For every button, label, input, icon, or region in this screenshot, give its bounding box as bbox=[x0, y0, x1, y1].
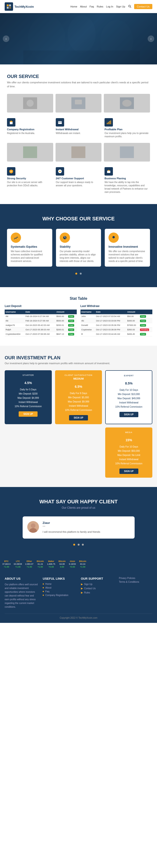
footer-support-link[interactable]: Rules bbox=[84, 591, 90, 594]
expert-rate: 8.5% bbox=[109, 379, 148, 386]
ticker-name: Bitcoin bbox=[37, 560, 44, 562]
ticker-change: +1.00 bbox=[27, 566, 32, 568]
service-img-1 bbox=[7, 94, 53, 113]
why-card-3-desc: We offer our clients comprehensive inves… bbox=[108, 250, 146, 263]
stability-icon bbox=[60, 232, 70, 243]
client-section: WHAT SAY OUR HAPPY CLIENT Our Clients ar… bbox=[0, 487, 157, 558]
footer-links-title: USEFUL LINKS bbox=[43, 577, 76, 580]
nav-about[interactable]: About bbox=[80, 5, 87, 8]
table-row: Cryptotoken604 Oct-17-2023 07:06:08 AM $… bbox=[5, 332, 77, 336]
table-row: riki Feb-16-2024 9:27:04 AM $500.00 Paid bbox=[5, 314, 77, 319]
why-title: WHY CHOOSE OUR SERVICE bbox=[7, 216, 150, 222]
mega-rate-value: 15% bbox=[126, 438, 132, 442]
wd-date: Oct-17-2023 07:03:54 AM bbox=[95, 314, 126, 319]
why-card-stability: Stability Our private ownership model pr… bbox=[56, 229, 101, 267]
svg-rect-26 bbox=[71, 146, 85, 158]
service-img-4 bbox=[7, 143, 53, 161]
table-row: Cryptowise Oct-17-2023 03:38:09 PM $350.… bbox=[81, 328, 153, 332]
mega-withdrawal: Instant Withdrawal bbox=[109, 457, 149, 462]
service-card-4-title: Strong Security bbox=[7, 177, 53, 180]
hero-next-button[interactable]: › bbox=[148, 35, 154, 42]
medium-info: Daily For 8 Days Min Deposit: $5,000 Max… bbox=[59, 391, 98, 412]
business-icon bbox=[104, 167, 113, 176]
nav-faq[interactable]: Faq bbox=[90, 5, 94, 8]
starter-rate: 4.5% bbox=[8, 378, 48, 386]
wd-amount: $406.45 bbox=[126, 332, 139, 336]
expert-max: Max Deposit: $49,999 bbox=[109, 396, 148, 401]
why-dot-1[interactable] bbox=[75, 273, 77, 275]
nav-signup[interactable]: Sign Up bbox=[116, 5, 125, 8]
svg-rect-27 bbox=[120, 146, 134, 158]
svg-rect-1 bbox=[9, 4, 11, 6]
mega-signup-button[interactable]: SIGN UP bbox=[120, 469, 138, 474]
ticker-item: Bitcoin 64.08 0.00 bbox=[59, 560, 66, 568]
footer-link[interactable]: Faq bbox=[43, 590, 76, 593]
client-role: *** bbox=[43, 526, 100, 528]
nav-rules[interactable]: Rules bbox=[97, 5, 103, 8]
nav-links: Home About Faq Rules Log In Sign Up Cont… bbox=[70, 4, 152, 9]
ticker-name: LTC bbox=[16, 560, 20, 562]
dep-user: riki bbox=[5, 319, 25, 323]
hero-prev-button[interactable]: ‹ bbox=[3, 35, 9, 42]
client-name: Ziaur bbox=[43, 521, 100, 525]
company-icon bbox=[7, 118, 15, 127]
client-dot-3[interactable] bbox=[82, 544, 84, 546]
table-row: John Oct-17-2023 07:03:54 AM $50.00 Paid bbox=[81, 314, 153, 319]
logo[interactable]: TechMyXcoin bbox=[5, 2, 34, 11]
nav-login[interactable]: Log In bbox=[106, 5, 114, 8]
starter-rate-value: 4.5% bbox=[25, 381, 32, 385]
invest-title: OUR INVESTMENT PLAN bbox=[5, 355, 152, 361]
wd-user: John bbox=[81, 314, 95, 319]
svg-rect-22 bbox=[108, 122, 109, 124]
ticker-name: Ether bbox=[27, 560, 32, 562]
service-card-4-desc: Our site is on a secure server with prot… bbox=[7, 181, 53, 187]
svg-point-4 bbox=[129, 5, 130, 7]
dep-date: Feb-16-2024 9:27:04 AM bbox=[25, 314, 55, 319]
testimonial-card: Ziaur *** I will recommend this platform… bbox=[23, 517, 135, 538]
footer-links: USEFUL LINKS HomeAboutFaqCompany Registr… bbox=[43, 577, 76, 609]
wd-status: Pending bbox=[139, 328, 152, 332]
testimonial-content: Ziaur *** I will recommend this platform… bbox=[43, 521, 100, 534]
svg-line-5 bbox=[130, 7, 131, 8]
expert-withdrawal: Instant Withdrawal bbox=[109, 401, 148, 405]
medium-period: Daily For 8 Days bbox=[59, 391, 98, 396]
wd-date: Oct-17-2023 03:35:06 PM bbox=[95, 323, 126, 328]
contact-button[interactable]: Contact Us bbox=[134, 4, 152, 9]
footer: ABOUT US Our platform offers well source… bbox=[0, 570, 157, 623]
bullet-icon bbox=[43, 583, 44, 585]
starter-info: Daily for 5 Days Min Deposit: $200 Max D… bbox=[8, 388, 48, 408]
starter-signup-button[interactable]: SIGN UP bbox=[19, 411, 37, 417]
dep-date: Oct-17-2023 05:38:03 AM bbox=[25, 328, 55, 332]
mega-rate: 15% bbox=[109, 435, 149, 443]
client-dot-2[interactable] bbox=[78, 544, 80, 546]
footer-support-link[interactable]: Sign Up bbox=[84, 583, 93, 586]
nav-home[interactable]: Home bbox=[70, 5, 77, 8]
medium-rate: 6.5% bbox=[59, 382, 98, 390]
footer-link[interactable]: Company Registration bbox=[43, 594, 76, 596]
medium-signup-button[interactable]: SIGN UP bbox=[69, 415, 88, 421]
table-row: riki Oct-17-2023 03:33:00 PM $400.00 Pai… bbox=[81, 319, 153, 323]
mega-spacer bbox=[5, 428, 102, 478]
deposit-heading: Last Deposit bbox=[5, 304, 77, 308]
footer-support-title: OUR SUPPORT bbox=[81, 577, 114, 580]
why-dot-2[interactable] bbox=[80, 273, 82, 275]
ticker-change: +1.00 bbox=[4, 566, 9, 568]
dep-amount: $847.13 bbox=[56, 332, 67, 336]
service-card-security: Strong Security Our site is on a secure … bbox=[7, 166, 53, 195]
footer-link[interactable]: Home bbox=[43, 583, 76, 585]
service-img-6 bbox=[104, 143, 150, 161]
invest-subtitle: Our investment plans help to generate ma… bbox=[5, 362, 152, 365]
footer-policy-link[interactable]: Privacy Policies bbox=[119, 577, 152, 580]
ticker-name: Atom bbox=[70, 560, 75, 562]
footer-support-link[interactable]: Contact Us bbox=[84, 587, 96, 590]
search-icon[interactable] bbox=[128, 5, 131, 8]
stat-section: Stat Table Last Deposit Username Date Am… bbox=[0, 287, 157, 346]
footer-link[interactable]: About bbox=[43, 586, 76, 589]
service-card-5-desc: Our support team is always ready to answ… bbox=[56, 181, 101, 187]
service-card-3-title: Profitable Plan bbox=[104, 128, 150, 131]
medium-withdrawal: Instant Withdrawal bbox=[59, 404, 98, 408]
starter-tag: STARTER bbox=[8, 374, 48, 376]
expert-signup-button[interactable]: SIGN UP bbox=[120, 412, 138, 417]
client-dot-1[interactable] bbox=[73, 544, 75, 546]
footer-policy-link[interactable]: Terms & Conditions bbox=[119, 581, 152, 583]
